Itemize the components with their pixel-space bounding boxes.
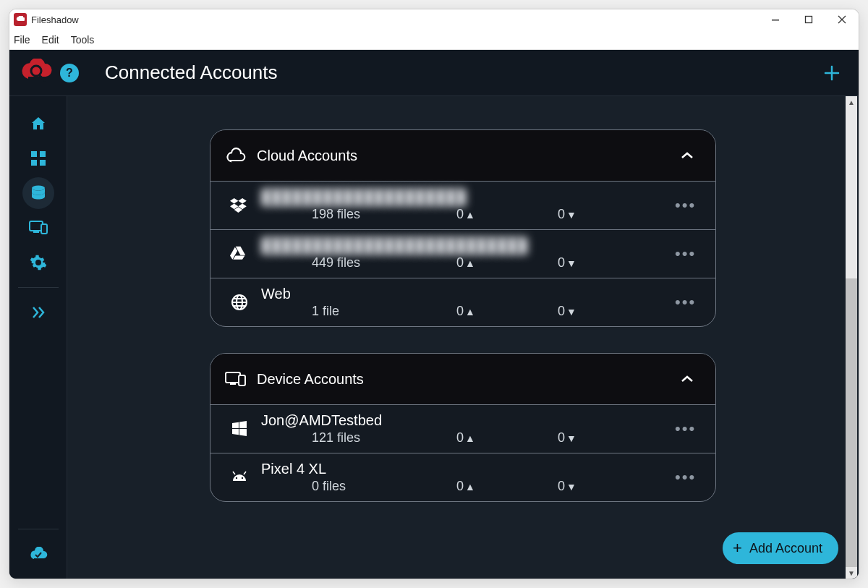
globe-icon — [225, 293, 254, 312]
menu-edit[interactable]: Edit — [42, 34, 59, 46]
cloud-account-row[interactable]: ████████████████████ 198 files 0▲ 0▼ ••• — [210, 181, 715, 229]
svg-rect-0 — [772, 20, 779, 21]
arrow-down-icon: ▼ — [566, 209, 576, 221]
account-name: Jon@AMDTestbed — [261, 412, 668, 429]
download-count: 0▼ — [558, 304, 659, 319]
app-body: Cloud Accounts ████████████████████ — [9, 96, 859, 579]
cloud-account-row[interactable]: ██████████████████████████ 449 files 0▲ … — [210, 229, 715, 278]
sidebar-settings[interactable] — [22, 247, 54, 278]
sidebar-accounts[interactable] — [22, 177, 54, 209]
minimize-button[interactable] — [759, 9, 792, 30]
chevron-up-icon — [681, 375, 694, 383]
sidebar-sync-status[interactable] — [22, 538, 54, 570]
cloud-check-icon — [29, 547, 48, 561]
chevron-up-icon — [681, 151, 694, 160]
files-count: 449 files — [312, 255, 456, 270]
devices-icon — [225, 371, 247, 387]
add-account-label: Add Account — [749, 541, 822, 556]
sidebar — [9, 96, 67, 579]
arrow-down-icon: ▼ — [566, 433, 576, 444]
account-more-button[interactable]: ••• — [675, 468, 698, 487]
svg-rect-7 — [40, 160, 46, 166]
main-content: Cloud Accounts ████████████████████ — [67, 96, 859, 579]
cloud-account-row[interactable]: Web 1 file 0▲ 0▼ ••• — [210, 278, 715, 326]
download-count: 0▼ — [558, 479, 659, 494]
upload-count: 0▲ — [456, 207, 558, 222]
account-name: Pixel 4 XL — [261, 461, 668, 477]
download-count: 0▼ — [558, 430, 659, 446]
app-logo — [18, 59, 47, 88]
arrow-up-icon: ▲ — [465, 433, 475, 444]
help-button[interactable]: ? — [60, 64, 79, 82]
menu-tools[interactable]: Tools — [71, 34, 95, 46]
app-area: ? Connected Accounts — [9, 50, 859, 579]
svg-rect-11 — [41, 224, 47, 234]
windows-icon — [225, 420, 254, 438]
dropbox-icon — [225, 197, 254, 213]
device-account-row[interactable]: Pixel 4 XL 0 files 0▲ 0▼ ••• — [210, 453, 715, 501]
svg-rect-1 — [806, 17, 812, 23]
device-accounts-panel: Device Accounts Jon@AMDTestbed — [210, 353, 716, 502]
sidebar-home[interactable] — [22, 108, 54, 140]
svg-point-17 — [236, 477, 237, 479]
devices-icon — [29, 221, 48, 235]
cloud-accounts-header[interactable]: Cloud Accounts — [210, 130, 715, 181]
account-more-button[interactable]: ••• — [675, 419, 698, 438]
sidebar-expand[interactable] — [22, 297, 54, 328]
device-accounts-title: Device Accounts — [257, 371, 364, 388]
menubar: File Edit Tools — [9, 30, 859, 50]
app-window: Fileshadow File Edit Tools — [9, 9, 859, 579]
scroll-up-button[interactable]: ▲ — [846, 96, 857, 108]
account-stats: 1 file 0▲ 0▼ — [261, 304, 668, 319]
sidebar-separator — [18, 287, 59, 288]
sidebar-separator-bottom — [18, 529, 59, 529]
sidebar-grid[interactable] — [22, 142, 54, 174]
page-title: Connected Accounts — [105, 61, 278, 84]
download-count: 0▼ — [558, 207, 659, 222]
grid-icon — [30, 150, 46, 166]
plus-icon: + — [733, 539, 742, 558]
upload-count: 0▲ — [456, 304, 558, 319]
arrow-up-icon: ▲ — [465, 481, 475, 493]
account-stats: 198 files 0▲ 0▼ — [261, 207, 668, 222]
add-account-header-button[interactable] — [824, 65, 840, 81]
arrow-down-icon: ▼ — [566, 257, 576, 269]
account-stats: 449 files 0▲ 0▼ — [261, 255, 668, 270]
account-name: ████████████████████ — [261, 189, 668, 205]
database-icon — [30, 184, 47, 202]
cloud-accounts-panel: Cloud Accounts ████████████████████ — [210, 129, 716, 327]
svg-rect-10 — [33, 231, 39, 233]
account-more-button[interactable]: ••• — [675, 293, 698, 312]
account-more-button[interactable]: ••• — [675, 244, 698, 263]
files-count: 198 files — [312, 207, 456, 222]
upload-count: 0▲ — [456, 430, 558, 446]
files-count: 0 files — [312, 479, 456, 494]
svg-rect-16 — [239, 375, 245, 385]
account-name: ██████████████████████████ — [261, 237, 668, 254]
gdrive-icon — [225, 246, 254, 262]
device-account-row[interactable]: Jon@AMDTestbed 121 files 0▲ 0▼ ••• — [210, 404, 715, 453]
menu-file[interactable]: File — [14, 34, 30, 46]
add-account-button[interactable]: + Add Account — [723, 532, 838, 564]
cloud-accounts-title: Cloud Accounts — [257, 148, 357, 164]
cloud-icon — [225, 148, 247, 163]
upload-count: 0▲ — [456, 479, 558, 494]
app-icon — [14, 13, 27, 26]
scroll-down-button[interactable]: ▼ — [846, 567, 857, 579]
account-stats: 121 files 0▲ 0▼ — [261, 430, 668, 446]
home-icon — [30, 115, 47, 132]
svg-rect-5 — [40, 151, 46, 157]
maximize-button[interactable] — [792, 9, 825, 30]
files-count: 121 files — [312, 430, 456, 446]
download-count: 0▼ — [558, 255, 659, 270]
device-accounts-header[interactable]: Device Accounts — [210, 354, 715, 404]
svg-rect-4 — [31, 151, 37, 157]
android-icon — [225, 471, 254, 484]
sidebar-devices[interactable] — [22, 212, 54, 244]
chevron-double-right-icon — [31, 305, 46, 320]
account-more-button[interactable]: ••• — [675, 196, 698, 215]
scrollbar-thumb[interactable] — [846, 278, 857, 568]
gear-icon — [30, 254, 47, 271]
close-button[interactable] — [825, 9, 859, 30]
arrow-up-icon: ▲ — [465, 209, 475, 221]
